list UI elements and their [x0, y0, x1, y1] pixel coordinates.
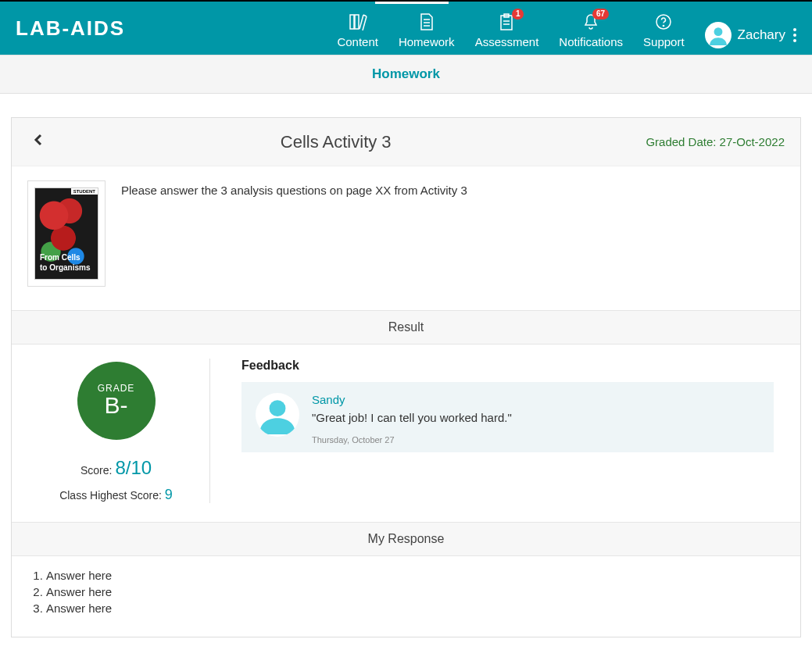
class-high-line: Class Highest Score: 9: [59, 487, 173, 503]
feedback-date: Thursday, October 27: [312, 435, 512, 445]
user-name: Zachary: [738, 27, 785, 43]
brand-logo[interactable]: LAB-AIDS: [16, 16, 125, 41]
card-header: Cells Activity 3 Graded Date: 27-Oct-202…: [12, 118, 800, 166]
response-item: Answer here: [46, 567, 780, 584]
result-section-header: Result: [12, 310, 800, 345]
response-item: Answer here: [46, 600, 780, 616]
feedback-avatar-icon: [256, 393, 299, 437]
score-label: Score:: [80, 464, 112, 477]
feedback-author: Sandy: [312, 393, 512, 406]
svg-line-3: [363, 15, 367, 16]
active-tab-indicator: [375, 2, 449, 4]
nav-homework-label: Homework: [399, 35, 455, 48]
nav-content-label: Content: [337, 35, 378, 48]
nav-assessment-label: Assessment: [475, 35, 539, 48]
score-value: 8/10: [115, 457, 152, 479]
graded-date: Graded Date: 27-Oct-2022: [646, 135, 785, 148]
help-icon: [655, 12, 672, 32]
page-subheader: Homework: [0, 55, 812, 94]
feedback-box: Sandy "Great job! I can tell you worked …: [241, 382, 774, 452]
feedback-message: "Great job! I can tell you worked hard.": [312, 411, 512, 424]
user-avatar-icon: [705, 22, 732, 48]
nav-notifications-label: Notifications: [559, 35, 623, 48]
nav-notifications[interactable]: 67 Notifications: [559, 9, 623, 48]
nav-support[interactable]: Support: [643, 9, 685, 48]
nav-assessment[interactable]: 1 Assessment: [475, 9, 539, 48]
result-row: GRADE B- Score: 8/10 Class Highest Score…: [12, 345, 800, 522]
feedback-heading: Feedback: [241, 359, 774, 373]
activity-card: Cells Activity 3 Graded Date: 27-Oct-202…: [11, 117, 801, 637]
book-tag: STUDENT: [71, 188, 98, 195]
book-thumbnail[interactable]: STUDENT From Cells to Organisms: [27, 180, 106, 287]
svg-rect-0: [350, 15, 354, 29]
nav-group: Content Homework 1 Assessment: [337, 9, 796, 48]
notifications-badge: 67: [592, 9, 609, 20]
brand-text: LAB-AIDS: [16, 16, 125, 40]
clipboard-icon: 1: [499, 12, 514, 32]
graded-date-label: Graded Date:: [646, 135, 719, 148]
user-menu[interactable]: Zachary: [705, 22, 796, 48]
nav-support-label: Support: [643, 35, 685, 48]
grade-circle: GRADE B-: [77, 362, 156, 440]
score-line: Score: 8/10: [80, 457, 152, 479]
nav-content[interactable]: Content: [337, 9, 378, 48]
response-section-header: My Response: [12, 522, 800, 556]
grade-letter: B-: [105, 392, 128, 419]
assessment-badge: 1: [512, 9, 524, 20]
graded-date-value: 27-Oct-2022: [720, 135, 785, 148]
class-high-label: Class Highest Score:: [59, 489, 162, 502]
grade-column: GRADE B- Score: 8/10 Class Highest Score…: [23, 359, 210, 503]
feedback-column: Feedback Sandy "Great job! I can tell yo…: [210, 359, 789, 503]
books-icon: [349, 12, 367, 32]
response-list: Answer here Answer here Answer here: [12, 556, 800, 637]
class-high-value: 9: [165, 487, 173, 503]
kebab-icon: [793, 28, 796, 42]
activity-title: Cells Activity 3: [26, 132, 646, 152]
svg-point-15: [270, 400, 286, 416]
svg-line-4: [363, 16, 367, 30]
document-icon: [419, 12, 435, 32]
nav-homework[interactable]: Homework: [399, 9, 455, 48]
svg-line-2: [359, 15, 363, 29]
svg-point-13: [664, 25, 664, 26]
response-item: Answer here: [46, 584, 780, 600]
svg-rect-1: [355, 15, 359, 29]
top-nav: LAB-AIDS Content Homework: [0, 0, 812, 55]
bell-icon: 67: [582, 12, 599, 32]
svg-point-14: [714, 27, 722, 36]
instruction-text: Please answer the 3 analysis questions o…: [121, 180, 467, 197]
book-title: From Cells to Organisms: [40, 252, 90, 273]
instruction-row: STUDENT From Cells to Organisms Please a…: [12, 166, 800, 310]
